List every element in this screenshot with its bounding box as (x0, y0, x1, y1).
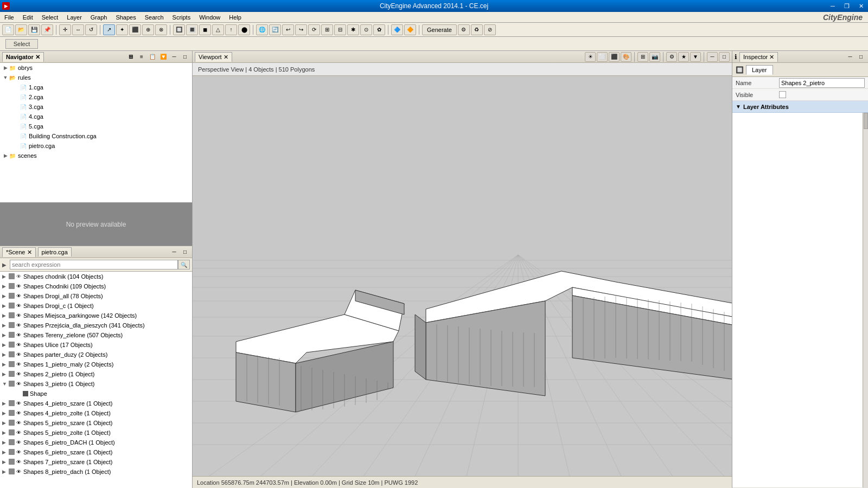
tree-item-building-cga[interactable]: 📄 Building Construction.cga (0, 131, 192, 141)
list-item[interactable]: ▶ 👁 Shapes Drogi_all (78 Objects) (0, 291, 192, 301)
tool-btn-3[interactable]: ↺ (85, 24, 97, 35)
list-item[interactable]: ▶ 👁 Shapes 4_pietro_szare (1 Object) (0, 399, 192, 408)
tool-11[interactable]: ◼ (199, 24, 211, 35)
nav-btn-4[interactable]: 🔽 (158, 53, 168, 61)
inspector-scrollbar[interactable] (863, 113, 868, 487)
search-expand-arrow[interactable]: ▶ (2, 262, 10, 268)
tool-g2[interactable]: ♻ (471, 24, 483, 35)
list-item[interactable]: ▶ 👁 Shapes 6_pietro_DACH (1 Object) (0, 438, 192, 447)
vp-btn-more[interactable]: ▼ (690, 52, 701, 62)
menu-search[interactable]: Search (141, 12, 168, 22)
list-item[interactable]: ▶ 👁 Shapes 8_pietro_dach (1 Object) (0, 467, 192, 477)
vp-maximize[interactable]: □ (719, 52, 730, 62)
navigator-tab[interactable]: Navigator ✕ (2, 52, 44, 62)
inspector-max[interactable]: □ (856, 53, 866, 61)
tool-s3[interactable]: ↩ (282, 24, 294, 35)
nav-maximize[interactable]: □ (180, 53, 190, 61)
scene-minimize[interactable]: ─ (169, 248, 179, 256)
list-item[interactable]: ▶ 👁 Shapes 4_pietro_zolte (1 Object) (0, 408, 192, 418)
tree-item-3cga[interactable]: 📄 3.cga (0, 102, 192, 112)
tool-12[interactable]: △ (212, 24, 224, 35)
scene-tab[interactable]: *Scene ✕ (2, 247, 36, 257)
tool-6[interactable]: ⬛ (129, 24, 141, 35)
vp-btn-solid[interactable]: ⬛ (609, 52, 620, 62)
list-item[interactable]: ▶ 👁 Shapes Tereny_zielone (507 Objects) (0, 330, 192, 340)
new-button[interactable]: 📄 (2, 24, 14, 35)
tool-s5[interactable]: ⟳ (308, 24, 320, 35)
menu-window[interactable]: Window (195, 12, 225, 22)
list-item-shape[interactable]: Shape (0, 389, 192, 399)
list-item[interactable]: ▶ 👁 Shapes 7_pietro_szare (1 Object) (0, 457, 192, 467)
layer-attrs-section[interactable]: ▼ Layer Attributes (732, 101, 868, 113)
tool-m2[interactable]: 🔶 (404, 24, 416, 35)
tool-s9[interactable]: ⊙ (360, 24, 372, 35)
tool-7[interactable]: ⊕ (142, 24, 154, 35)
menu-select[interactable]: Select (37, 12, 63, 22)
close-button[interactable]: ✕ (854, 0, 868, 12)
viewport-canvas[interactable]: N (193, 76, 732, 476)
layer-tab-button[interactable]: Layer (746, 65, 773, 75)
tool-13[interactable]: ↑ (225, 24, 237, 35)
tool-btn-2[interactable]: ↔ (72, 24, 84, 35)
name-input[interactable] (779, 78, 865, 88)
nav-btn-1[interactable]: ⊞ (126, 53, 136, 61)
list-item[interactable]: ▶ 👁 Shapes 2_pietro (1 Object) (0, 369, 192, 379)
tool-g3[interactable]: ⊘ (484, 24, 496, 35)
scene-maximize[interactable]: □ (180, 248, 190, 256)
tool-s1[interactable]: 🌐 (256, 24, 268, 35)
restore-button[interactable]: ❐ (840, 0, 854, 12)
tree-item-2cga[interactable]: 📄 2.cga (0, 92, 192, 102)
select-button[interactable]: ↗ (103, 24, 115, 35)
tree-item-5cga[interactable]: 📄 5.cga (0, 121, 192, 131)
list-item[interactable]: ▶ 👁 Shapes Chodniki (109 Objects) (0, 281, 192, 291)
menu-file[interactable]: File (0, 12, 18, 22)
pietro-cga-tab[interactable]: pietro.cga (38, 247, 72, 256)
menu-scripts[interactable]: Scripts (168, 12, 195, 22)
list-item[interactable]: ▶ 👁 Shapes 5_pietro_szare (1 Object) (0, 418, 192, 428)
list-item[interactable]: ▶ 👁 Shapes Miejsca_parkingowe (142 Objec… (0, 311, 192, 320)
menu-edit[interactable]: Edit (18, 12, 37, 22)
tree-item-pietro-cga[interactable]: 📄 pietro.cga (0, 141, 192, 151)
vp-btn-star[interactable]: ★ (678, 52, 689, 62)
visible-checkbox[interactable] (779, 91, 786, 98)
scroll-thumb[interactable] (864, 113, 868, 129)
tool-10[interactable]: 🔳 (186, 24, 198, 35)
open-button[interactable]: 📂 (15, 24, 27, 35)
menu-shapes[interactable]: Shapes (111, 12, 140, 22)
list-item[interactable]: ▶ 👁 Shapes chodnik (104 Objects) (0, 272, 192, 281)
tool-s4[interactable]: ↪ (295, 24, 307, 35)
tree-item-4cga[interactable]: 📄 4.cga (0, 112, 192, 121)
vp-btn-wire[interactable]: ⬜ (597, 52, 608, 62)
tree-item-obrys[interactable]: ▶ 📁 obrys (0, 63, 192, 73)
minimize-button[interactable]: ─ (826, 0, 840, 12)
list-item[interactable]: ▶ 👁 Shapes Ulice (17 Objects) (0, 340, 192, 350)
nav-minimize[interactable]: ─ (169, 53, 179, 61)
list-item[interactable]: ▶ 👁 Shapes 1_pietro_maly (2 Objects) (0, 359, 192, 369)
vp-btn-persp[interactable]: 📷 (649, 52, 660, 62)
tool-s10[interactable]: ✿ (373, 24, 385, 35)
move-button[interactable]: ✛ (59, 24, 71, 35)
tool-5[interactable]: ✦ (116, 24, 128, 35)
tool-s2[interactable]: 🔄 (269, 24, 281, 35)
list-item[interactable]: ▶ 👁 Shapes parter_duzy (2 Objects) (0, 350, 192, 359)
pin-button[interactable]: 📌 (41, 24, 53, 35)
tool-g1[interactable]: ⚙ (458, 24, 470, 35)
vp-minimize[interactable]: ─ (707, 52, 718, 62)
viewport-tab[interactable]: Viewport ✕ (195, 52, 232, 62)
tool-9[interactable]: 🔲 (173, 24, 185, 35)
menu-layer[interactable]: Layer (62, 12, 86, 22)
vp-btn-nav[interactable]: ⊞ (637, 52, 648, 62)
tool-s8[interactable]: ✱ (347, 24, 359, 35)
nav-btn-3[interactable]: 📋 (148, 53, 157, 61)
tool-14[interactable]: ⬤ (238, 24, 250, 35)
menu-graph[interactable]: Graph (86, 12, 112, 22)
tree-item-rules[interactable]: ▼ 📂 rules (0, 73, 192, 82)
inspector-tab[interactable]: Inspector ✕ (739, 52, 778, 62)
vp-btn-sun[interactable]: ☀ (585, 52, 596, 62)
tree-item-scenes[interactable]: ▶ 📁 scenes (0, 151, 192, 160)
list-item[interactable]: ▶ 👁 Shapes Drogi_c (1 Object) (0, 301, 192, 311)
list-item[interactable]: ▶ 👁 Shapes 5_pietro_zolte (1 Object) (0, 428, 192, 438)
menu-help[interactable]: Help (225, 12, 246, 22)
tool-m1[interactable]: 🔷 (391, 24, 403, 35)
generate-button[interactable]: Generate (422, 24, 457, 35)
